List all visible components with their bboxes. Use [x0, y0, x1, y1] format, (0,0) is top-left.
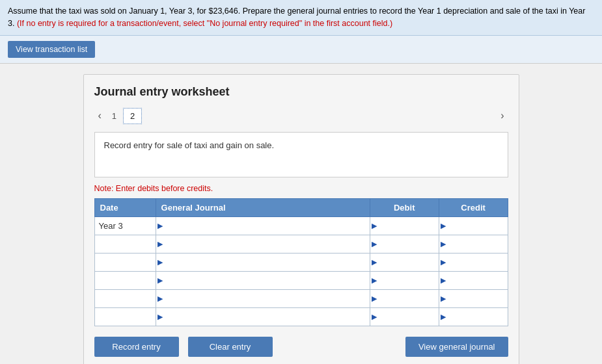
- gj-input-1[interactable]: [164, 235, 370, 253]
- table-row: ▶ ▶ ▶: [94, 235, 508, 253]
- debit-cell-0[interactable]: ▶: [370, 216, 439, 235]
- table-row: ▶ ▶ ▶: [94, 289, 508, 307]
- row-arrow-1: ▶: [156, 240, 164, 248]
- gj-cell-3[interactable]: ▶: [156, 271, 370, 289]
- credit-cell-2[interactable]: ▶: [439, 253, 508, 271]
- gj-input-5[interactable]: [164, 308, 370, 326]
- debit-cell-5[interactable]: ▶: [370, 307, 439, 326]
- gj-input-2[interactable]: [164, 254, 370, 271]
- tab-2[interactable]: 2: [123, 108, 142, 124]
- credit-arrow-5: ▶: [439, 313, 447, 321]
- gj-input-4[interactable]: [164, 290, 370, 307]
- row-arrow-3: ▶: [156, 276, 164, 285]
- date-cell-2: [94, 253, 156, 271]
- credit-arrow-3: ▶: [439, 276, 447, 285]
- debit-input-0[interactable]: [378, 217, 439, 235]
- credit-input-3[interactable]: [447, 272, 508, 289]
- credit-arrow-1: ▶: [439, 240, 447, 248]
- credit-arrow-0: ▶: [439, 222, 447, 230]
- debit-cell-3[interactable]: ▶: [370, 271, 439, 289]
- credit-input-4[interactable]: [447, 290, 508, 307]
- debit-input-4[interactable]: [378, 290, 439, 307]
- row-arrow-4: ▶: [156, 294, 164, 303]
- gj-input-3[interactable]: [164, 272, 370, 289]
- worksheet-title: Journal entry worksheet: [94, 85, 508, 99]
- credit-input-2[interactable]: [447, 254, 508, 271]
- col-header-date: Date: [94, 198, 156, 216]
- credit-cell-1[interactable]: ▶: [439, 235, 508, 253]
- view-transaction-button[interactable]: View transaction list: [8, 41, 95, 58]
- credit-arrow-4: ▶: [439, 294, 447, 303]
- row-arrow-0: ▶: [156, 222, 164, 230]
- credit-input-0[interactable]: [447, 217, 508, 235]
- instruction-red-text: (If no entry is required for a transacti…: [17, 19, 392, 28]
- credit-cell-4[interactable]: ▶: [439, 289, 508, 307]
- debit-arrow-0: ▶: [370, 222, 378, 230]
- note-text: Note: Enter debits before credits.: [94, 184, 508, 193]
- gj-input-0[interactable]: [164, 217, 370, 235]
- gj-cell-0[interactable]: ▶: [156, 216, 370, 235]
- table-row: Year 3 ▶ ▶: [94, 216, 508, 235]
- journal-table: Date General Journal Debit Credit Year 3…: [94, 198, 508, 326]
- date-cell-1: [94, 235, 156, 253]
- worksheet-container: Journal entry worksheet ‹ 1 2 › Record e…: [83, 74, 519, 365]
- table-row: ▶ ▶ ▶: [94, 271, 508, 289]
- clear-entry-button[interactable]: Clear entry: [188, 337, 273, 357]
- view-general-journal-button[interactable]: View general journal: [405, 337, 508, 357]
- credit-cell-5[interactable]: ▶: [439, 307, 508, 326]
- debit-cell-4[interactable]: ▶: [370, 289, 439, 307]
- debit-input-3[interactable]: [378, 272, 439, 289]
- debit-cell-2[interactable]: ▶: [370, 253, 439, 271]
- gj-cell-2[interactable]: ▶: [156, 253, 370, 271]
- date-cell-4: [94, 289, 156, 307]
- date-cell-5: [94, 307, 156, 326]
- debit-arrow-4: ▶: [370, 294, 378, 303]
- col-header-gj: General Journal: [156, 198, 370, 216]
- main-content: Journal entry worksheet ‹ 1 2 › Record e…: [0, 64, 602, 365]
- credit-cell-0[interactable]: ▶: [439, 216, 508, 235]
- row-arrow-5: ▶: [156, 313, 164, 321]
- next-tab-arrow[interactable]: ›: [497, 109, 508, 123]
- debit-arrow-2: ▶: [370, 258, 378, 266]
- tab-1[interactable]: 1: [105, 109, 123, 124]
- col-header-debit: Debit: [370, 198, 439, 216]
- record-entry-button[interactable]: Record entry: [94, 337, 179, 357]
- credit-input-1[interactable]: [447, 235, 508, 253]
- row-arrow-2: ▶: [156, 258, 164, 266]
- tab-navigation: ‹ 1 2 ›: [94, 108, 508, 124]
- debit-input-5[interactable]: [378, 308, 439, 326]
- table-row: ▶ ▶ ▶: [94, 307, 508, 326]
- date-cell-3: [94, 271, 156, 289]
- col-header-credit: Credit: [439, 198, 508, 216]
- table-row: ▶ ▶ ▶: [94, 253, 508, 271]
- debit-input-2[interactable]: [378, 254, 439, 271]
- top-bar: View transaction list: [0, 36, 602, 64]
- debit-arrow-5: ▶: [370, 313, 378, 321]
- date-cell-0: Year 3: [94, 216, 156, 235]
- credit-arrow-2: ▶: [439, 258, 447, 266]
- description-box: Record entry for sale of taxi and gain o…: [94, 132, 508, 177]
- debit-cell-1[interactable]: ▶: [370, 235, 439, 253]
- description-text: Record entry for sale of taxi and gain o…: [104, 140, 275, 150]
- debit-input-1[interactable]: [378, 235, 439, 253]
- debit-arrow-3: ▶: [370, 276, 378, 285]
- instruction-banner: Assume that the taxi was sold on January…: [0, 0, 602, 36]
- prev-tab-arrow[interactable]: ‹: [94, 109, 105, 123]
- gj-cell-5[interactable]: ▶: [156, 307, 370, 326]
- gj-cell-4[interactable]: ▶: [156, 289, 370, 307]
- debit-arrow-1: ▶: [370, 240, 378, 248]
- gj-cell-1[interactable]: ▶: [156, 235, 370, 253]
- credit-cell-3[interactable]: ▶: [439, 271, 508, 289]
- bottom-buttons: Record entry Clear entry View general jo…: [94, 337, 508, 357]
- credit-input-5[interactable]: [447, 308, 508, 326]
